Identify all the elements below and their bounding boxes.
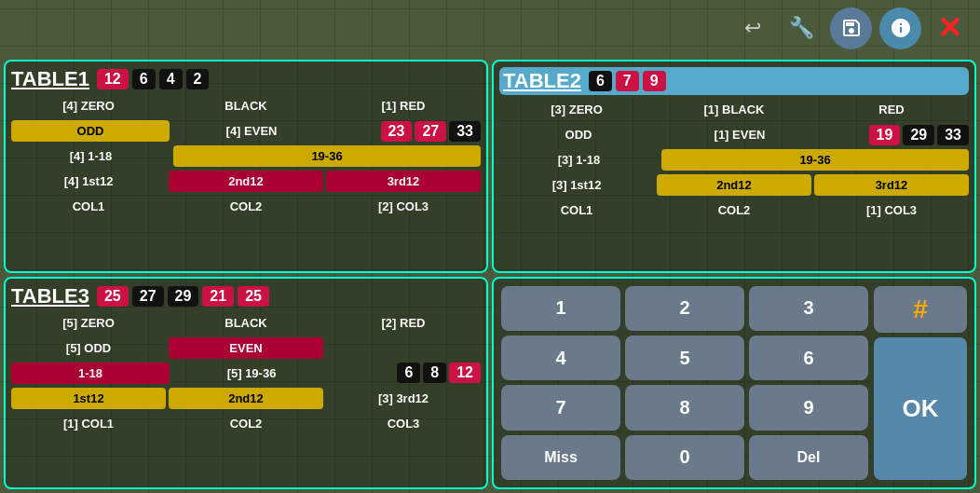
table3-row5: [1] COL1 COL2 COL3 xyxy=(11,413,481,434)
table1-odd[interactable]: ODD xyxy=(11,120,170,142)
table2-even[interactable]: [1] EVEN xyxy=(660,124,819,145)
key-miss[interactable]: Miss xyxy=(501,435,620,480)
table3-red[interactable]: [2] RED xyxy=(326,312,481,334)
table2-red[interactable]: RED xyxy=(814,99,969,120)
key-7[interactable]: 7 xyxy=(501,385,620,430)
key-9[interactable]: 9 xyxy=(749,385,868,430)
table2-n29: 29 xyxy=(903,125,934,145)
numpad-panel: 1 2 3 4 5 6 7 8 9 Miss 0 Del # OK xyxy=(492,277,976,490)
table1-title: TABLE1 xyxy=(11,67,89,91)
table3-col1[interactable]: [1] COL1 xyxy=(11,413,166,434)
table3-num1: 25 xyxy=(97,286,129,307)
table1-1936[interactable]: 19-36 xyxy=(173,145,481,167)
main-area: TABLE1 12 6 4 2 [4] ZERO BLACK [1] RED O… xyxy=(0,56,980,493)
table1-header: TABLE1 12 6 4 2 xyxy=(11,67,481,91)
table2-panel: TABLE2 6 7 9 [3] ZERO [1] BLACK RED ODD … xyxy=(492,60,976,273)
table2-num1: 6 xyxy=(589,71,612,91)
table3-col3[interactable]: COL3 xyxy=(326,413,481,434)
table2-row1: [3] ZERO [1] BLACK RED xyxy=(499,99,969,120)
table1-col1[interactable]: COL1 xyxy=(11,196,166,217)
key-0[interactable]: 0 xyxy=(625,435,744,480)
table1-nums-group: 23 27 33 xyxy=(333,121,481,142)
table3-num2: 27 xyxy=(132,286,164,307)
table2-row4: [3] 1st12 2nd12 3rd12 xyxy=(499,174,969,196)
table3-1936[interactable]: [5] 19-36 xyxy=(172,363,331,384)
table3-n12: 12 xyxy=(449,363,481,383)
table2-zero[interactable]: [3] ZERO xyxy=(499,99,654,120)
key-3[interactable]: 3 xyxy=(749,286,868,331)
key-8[interactable]: 8 xyxy=(625,385,744,430)
table1-row4: [4] 1st12 2nd12 3rd12 xyxy=(11,171,481,192)
key-4[interactable]: 4 xyxy=(501,336,620,380)
table3-black[interactable]: BLACK xyxy=(169,312,323,334)
table3-2nd12[interactable]: 2nd12 xyxy=(169,388,323,409)
table1-row1: [4] ZERO BLACK [1] RED xyxy=(11,95,481,116)
table1-1st12[interactable]: [4] 1st12 xyxy=(11,171,166,192)
key-6[interactable]: 6 xyxy=(749,336,868,380)
table2-1st12[interactable]: [3] 1st12 xyxy=(499,174,654,196)
table1-panel: TABLE1 12 6 4 2 [4] ZERO BLACK [1] RED O… xyxy=(4,60,488,273)
table1-118[interactable]: [4] 1-18 xyxy=(11,145,170,167)
table2-1936[interactable]: 19-36 xyxy=(661,149,969,171)
table1-red[interactable]: [1] RED xyxy=(326,95,481,116)
table2-num3: 9 xyxy=(643,71,666,91)
table1-col2[interactable]: COL2 xyxy=(169,196,323,217)
table2-col1[interactable]: COL1 xyxy=(499,199,654,221)
table3-panel: TABLE3 25 27 29 21 25 [5] ZERO BLACK [2]… xyxy=(4,277,488,490)
ok-button[interactable]: OK xyxy=(874,337,967,480)
table1-zero[interactable]: [4] ZERO xyxy=(11,95,166,116)
table3-zero[interactable]: [5] ZERO xyxy=(11,312,166,334)
info-button[interactable] xyxy=(879,7,921,49)
table2-2nd12[interactable]: 2nd12 xyxy=(657,174,811,196)
table1-col3[interactable]: [2] COL3 xyxy=(326,196,481,217)
table2-row3: [3] 1-18 19-36 xyxy=(499,149,969,171)
table1-num4: 2 xyxy=(186,69,210,89)
table2-odd[interactable]: ODD xyxy=(499,124,658,145)
table2-row5: COL1 COL2 [1] COL3 xyxy=(499,199,969,221)
table3-1st12[interactable]: 1st12 xyxy=(11,388,166,409)
table3-nums-group: 6 8 12 xyxy=(333,363,481,383)
table1-row3: [4] 1-18 19-36 xyxy=(11,145,481,167)
hash-button[interactable]: # xyxy=(874,286,967,334)
table3-empty2 xyxy=(326,344,481,351)
key-1[interactable]: 1 xyxy=(501,286,620,331)
settings-button[interactable]: 🔧 xyxy=(781,7,823,49)
numpad-side: # OK xyxy=(874,286,967,481)
table3-header: TABLE3 25 27 29 21 25 xyxy=(11,284,481,308)
table1-3rd12[interactable]: 3rd12 xyxy=(326,171,481,192)
table3-title: TABLE3 xyxy=(11,284,89,308)
table1-n27: 27 xyxy=(415,121,446,142)
table3-row4: 1st12 2nd12 [3] 3rd12 xyxy=(11,388,481,409)
table1-num2: 6 xyxy=(132,69,156,89)
table2-3rd12[interactable]: 3rd12 xyxy=(814,174,969,196)
key-2[interactable]: 2 xyxy=(625,286,744,331)
table2-title: TABLE2 xyxy=(503,69,581,93)
table1-n23: 23 xyxy=(381,121,413,142)
table1-2nd12[interactable]: 2nd12 xyxy=(169,171,323,192)
table1-even[interactable]: [4] EVEN xyxy=(172,120,331,142)
key-5[interactable]: 5 xyxy=(625,336,744,380)
table2-n19: 19 xyxy=(869,125,901,145)
table2-num2: 7 xyxy=(616,71,639,91)
key-del[interactable]: Del xyxy=(749,435,868,480)
table2-118[interactable]: [3] 1-18 xyxy=(499,149,659,171)
back-button[interactable]: ↩ xyxy=(731,7,773,49)
table3-row1: [5] ZERO BLACK [2] RED xyxy=(11,312,481,334)
table3-row3: 1-18 [5] 19-36 6 8 12 xyxy=(11,363,481,384)
table2-col2[interactable]: COL2 xyxy=(657,199,811,221)
table1-n33: 33 xyxy=(449,121,481,142)
close-button[interactable]: ✕ xyxy=(929,7,971,49)
table3-col2[interactable]: COL2 xyxy=(169,413,323,434)
table2-black[interactable]: [1] BLACK xyxy=(657,99,811,120)
table2-col3[interactable]: [1] COL3 xyxy=(814,199,969,221)
table3-num5: 25 xyxy=(238,286,269,307)
table3-row2: [5] ODD EVEN xyxy=(11,337,481,359)
table3-118[interactable]: 1-18 xyxy=(11,363,170,384)
save-button[interactable] xyxy=(830,7,872,49)
table3-3rd12[interactable]: [3] 3rd12 xyxy=(326,388,481,409)
table3-odd[interactable]: [5] ODD xyxy=(11,337,166,359)
table3-even[interactable]: EVEN xyxy=(169,337,323,359)
table1-black[interactable]: BLACK xyxy=(169,95,323,116)
table1-num3: 4 xyxy=(159,69,183,89)
numpad-grid: 1 2 3 4 5 6 7 8 9 Miss 0 Del xyxy=(501,286,868,481)
